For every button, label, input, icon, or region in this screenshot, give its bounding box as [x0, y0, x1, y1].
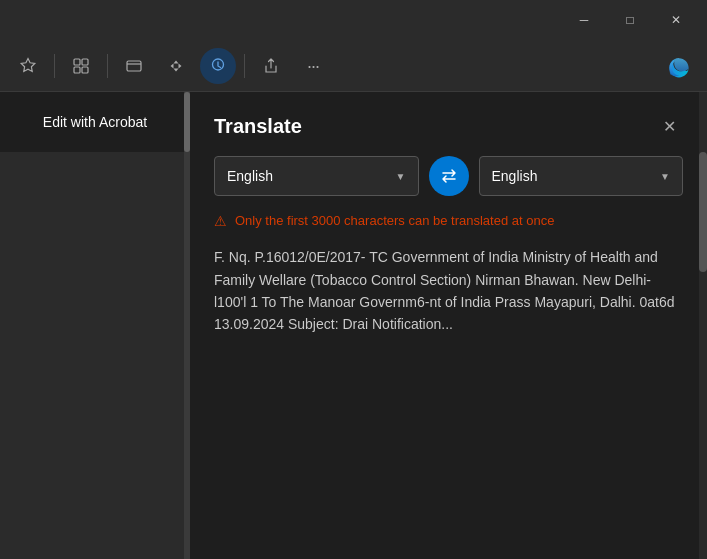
close-panel-button[interactable]: ✕ — [655, 112, 683, 140]
edit-with-acrobat-button[interactable]: Edit with Acrobat — [0, 92, 190, 152]
browser-essentials-icon[interactable] — [200, 48, 236, 84]
collections-icon[interactable] — [63, 48, 99, 84]
target-language-label: English — [492, 168, 538, 184]
translated-text: F. Nq. P.16012/0E/2017- TC Government of… — [214, 246, 683, 336]
browser-toolbar: ··· — [0, 40, 707, 92]
panel-scrollbar-thumb — [699, 152, 707, 272]
svg-rect-2 — [74, 67, 80, 73]
separator-1 — [54, 54, 55, 78]
translate-panel: Translate ✕ English ▼ English ▼ ⚠ On — [190, 92, 707, 559]
title-bar: ─ □ ✕ — [0, 0, 707, 40]
warning-icon: ⚠ — [214, 213, 227, 229]
translate-panel-header: Translate ✕ — [190, 92, 707, 156]
share-icon[interactable] — [253, 48, 289, 84]
more-tools-icon[interactable]: ··· — [295, 48, 331, 84]
source-language-select[interactable]: English ▼ — [214, 156, 419, 196]
sidebar: Edit with Acrobat — [0, 92, 190, 559]
main-content: Edit with Acrobat Translate ✕ English ▼ — [0, 92, 707, 559]
translated-content[interactable]: F. Nq. P.16012/0E/2017- TC Government of… — [190, 246, 707, 559]
svg-rect-4 — [127, 61, 141, 71]
close-button[interactable]: ✕ — [653, 4, 699, 36]
favorites-icon[interactable] — [10, 48, 46, 84]
target-language-select[interactable]: English ▼ — [479, 156, 684, 196]
warning-text: Only the first 3000 characters can be tr… — [235, 212, 554, 230]
warning-message: ⚠ Only the first 3000 characters can be … — [190, 212, 707, 230]
tab-groups-icon[interactable] — [116, 48, 152, 84]
minimize-button[interactable]: ─ — [561, 4, 607, 36]
svg-rect-0 — [74, 59, 80, 65]
edge-logo — [661, 48, 697, 84]
split-screen-icon[interactable] — [158, 48, 194, 84]
source-language-label: English — [227, 168, 273, 184]
svg-rect-1 — [82, 59, 88, 65]
separator-2 — [107, 54, 108, 78]
title-bar-controls: ─ □ ✕ — [561, 4, 699, 36]
translate-panel-title: Translate — [214, 115, 302, 138]
svg-rect-3 — [82, 67, 88, 73]
maximize-button[interactable]: □ — [607, 4, 653, 36]
source-language-arrow-icon: ▼ — [396, 171, 406, 182]
panel-scrollbar[interactable] — [699, 92, 707, 559]
swap-languages-button[interactable] — [429, 156, 469, 196]
target-language-arrow-icon: ▼ — [660, 171, 670, 182]
separator-3 — [244, 54, 245, 78]
acrobat-button-label: Edit with Acrobat — [43, 114, 147, 130]
language-row: English ▼ English ▼ — [190, 156, 707, 196]
